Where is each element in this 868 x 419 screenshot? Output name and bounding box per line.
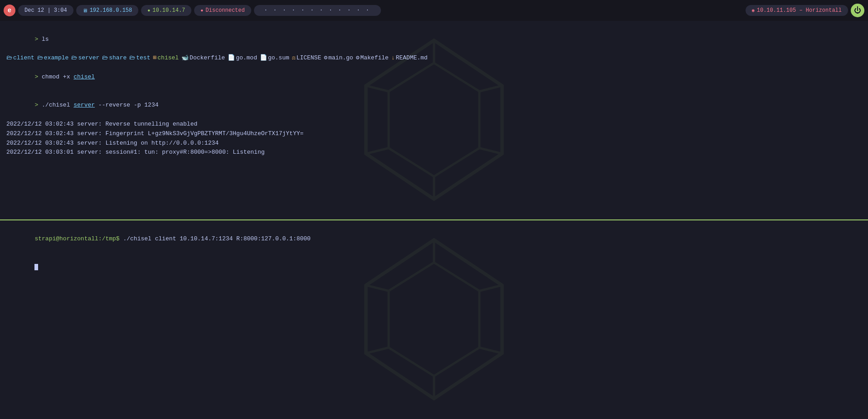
- datetime-tab[interactable]: Dec 12 | 3:04: [18, 5, 73, 16]
- ls-chisel-name: chisel: [157, 54, 179, 63]
- chmod-target: chisel: [73, 73, 95, 80]
- ls-dockerfile-name: Dockerfile: [190, 54, 225, 63]
- ls-readme-name: README.md: [396, 54, 428, 63]
- file-icon-dockerfile: 🐋: [181, 54, 189, 63]
- prompt-arrow-3: >: [34, 102, 42, 108]
- ls-makefile-name: Makefile: [360, 54, 388, 63]
- ls-test: 🗁 test: [129, 54, 150, 63]
- ls-chisel: ⊞ chisel: [153, 54, 179, 63]
- ls-maingo: ⚙ main.go: [324, 54, 353, 63]
- ls-share: 🗁 share: [102, 54, 127, 63]
- cmd-chisel-server: > ./chisel server --reverse -p 1234: [6, 92, 862, 120]
- icon-maingo: ⚙: [324, 54, 327, 63]
- server-output-4: 2022/12/12 03:03:01 server: session#1: t…: [6, 148, 862, 157]
- icon-makefile: ⚙: [356, 54, 360, 63]
- server-output-3: 2022/12/12 03:02:43 server: Listening on…: [6, 139, 862, 148]
- ls-makefile: ⚙ Makefile: [356, 54, 389, 63]
- cmd-chmod: > chmod +x chisel: [6, 63, 862, 91]
- folder-icon-example: 🗁: [37, 54, 43, 63]
- remote-tab[interactable]: 10.10.11.105 – Horizontall: [746, 5, 848, 16]
- bottom-cmd-line: strapi@horizontall:/tmp$ ./chisel client…: [6, 225, 862, 253]
- ls-server: 🗁 server: [71, 54, 99, 63]
- svg-line-15: [366, 285, 389, 291]
- bottom-command: ./chisel client 10.10.14.7:1234 R:8000:1…: [120, 235, 311, 242]
- dots-tab: · · · · · · · · · · · ·: [254, 5, 381, 16]
- file-icon-gosum: 📄: [260, 54, 267, 63]
- chisel-server-args: --reverse -p 1234: [95, 102, 158, 108]
- exec-icon-chisel: ⊞: [153, 54, 156, 63]
- svg-line-14: [366, 348, 389, 354]
- ls-gosum-name: go.sum: [268, 54, 289, 63]
- icon-license: ⚖: [292, 54, 296, 63]
- power-button[interactable]: ⏻: [851, 4, 864, 17]
- server-output-1: 2022/12/12 03:02:43 server: Reverse tunn…: [6, 120, 862, 129]
- main-content: > ls 🗁 client 🗁 example 🗁 server 🗁: [0, 21, 868, 419]
- ls-gomod-name: go.mod: [236, 54, 257, 63]
- ls-example-name: example: [44, 54, 69, 63]
- chisel-server-arg: server: [73, 102, 95, 108]
- cmd-ls: > ls: [6, 25, 862, 54]
- ermine-logo[interactable]: e: [4, 5, 15, 16]
- ls-test-name: test: [136, 54, 150, 63]
- folder-icon-client: 🗁: [6, 54, 12, 63]
- file-icon-gomod: 📄: [228, 54, 235, 63]
- folder-icon-server: 🗁: [71, 54, 77, 63]
- cursor-line: [6, 253, 862, 281]
- vpn-ip-tab[interactable]: 10.10.14.7: [141, 5, 191, 16]
- bottom-prompt: strapi@horizontall:/tmp$: [34, 235, 119, 242]
- terminal-bottom-content: strapi@horizontall:/tmp$ ./chisel client…: [6, 225, 862, 282]
- disconnected-tab[interactable]: Disconnected: [194, 5, 251, 16]
- svg-line-12: [479, 348, 502, 354]
- ls-client: 🗁 client: [6, 54, 34, 63]
- terminal-bottom[interactable]: strapi@horizontall:/tmp$ ./chisel client…: [0, 220, 868, 419]
- server-output-2: 2022/12/12 03:02:43 server: Fingerprint …: [6, 129, 862, 139]
- ls-license-name: LICENSE: [297, 54, 322, 63]
- cmd-chisel-text: ./chisel: [42, 102, 73, 108]
- cmd-ls-text: ls: [42, 36, 49, 43]
- ls-license: ⚖ LICENSE: [292, 54, 321, 63]
- local-ip-tab[interactable]: 192.168.0.158: [76, 5, 139, 16]
- ls-share-name: share: [109, 54, 127, 63]
- terminal-top-content: > ls 🗁 client 🗁 example 🗁 server 🗁: [6, 25, 862, 157]
- ls-gosum: 📄 go.sum: [260, 54, 289, 63]
- ls-output: 🗁 client 🗁 example 🗁 server 🗁 share 🗁: [6, 54, 862, 63]
- icon-readme: ↓: [391, 54, 395, 63]
- prompt-arrow-1: >: [34, 36, 42, 43]
- ls-maingo-name: main.go: [328, 54, 353, 63]
- folder-icon-share: 🗁: [102, 54, 108, 63]
- ls-gomod: 📄 go.mod: [228, 54, 257, 63]
- cmd-chmod-text: chmod +x: [42, 73, 73, 80]
- prompt-arrow-2: >: [34, 73, 42, 80]
- svg-line-11: [479, 285, 502, 291]
- topbar: e Dec 12 | 3:04 192.168.0.158 10.10.14.7…: [0, 0, 868, 21]
- ls-readme: ↓ README.md: [391, 54, 428, 63]
- ls-server-name: server: [78, 54, 99, 63]
- terminal-cursor: [34, 264, 38, 270]
- ls-dockerfile: 🐋 Dockerfile: [181, 54, 225, 63]
- ls-client-name: client: [13, 54, 34, 63]
- ls-example: 🗁 example: [37, 54, 69, 63]
- folder-icon-test: 🗁: [129, 54, 135, 63]
- terminal-top[interactable]: > ls 🗁 client 🗁 example 🗁 server 🗁: [0, 21, 868, 219]
